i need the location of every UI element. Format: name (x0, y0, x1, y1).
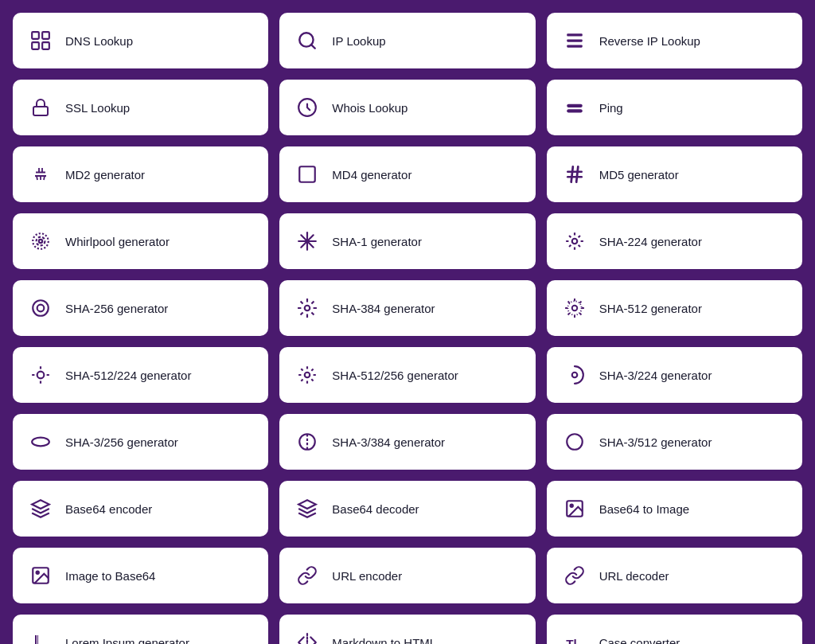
svg-text:Tl: Tl (566, 637, 576, 645)
card-base64-encoder[interactable]: Base64 encoder (13, 481, 268, 537)
card-label-md2-generator: MD2 generator (65, 168, 145, 181)
card-label-image-to-base64: Image to Base64 (65, 569, 155, 583)
b64enc-icon (29, 497, 53, 521)
card-sha512-256-generator[interactable]: SHA-512/256 generator (279, 347, 535, 403)
card-sha384-generator[interactable]: SHA-384 generator (279, 280, 535, 336)
svg-rect-7 (567, 39, 583, 41)
svg-line-5 (311, 45, 315, 49)
svg-point-33 (32, 438, 49, 447)
card-reverse-ip-lookup[interactable]: Reverse IP Lookup (547, 13, 802, 68)
ssl-icon (29, 96, 53, 119)
svg-point-32 (571, 373, 577, 378)
reverse-ip-icon (563, 29, 587, 53)
card-label-dns-lookup: DNS Lookup (65, 34, 133, 48)
lorem-icon (29, 630, 53, 644)
card-url-decoder[interactable]: URL decoder (547, 548, 802, 603)
svg-point-27 (305, 306, 310, 311)
sha512-icon (563, 296, 587, 320)
sha1-icon (295, 229, 319, 253)
card-label-url-encoder: URL encoder (332, 569, 402, 583)
card-sha1-generator[interactable]: SHA-1 generator (279, 213, 535, 269)
card-md5-generator[interactable]: MD5 generator (547, 146, 802, 202)
svg-rect-11 (567, 109, 583, 112)
sha512-256-icon (295, 363, 319, 387)
svg-rect-1 (42, 32, 49, 39)
card-lorem-ipsum-generator[interactable]: Lorem Ipsum generator (13, 615, 268, 644)
sha256-icon (29, 296, 53, 320)
card-base64-decoder[interactable]: Base64 decoder (279, 481, 535, 537)
svg-point-26 (33, 300, 49, 316)
card-label-ip-lookup: IP Lookup (332, 34, 385, 48)
sha3-256-icon (29, 430, 53, 454)
svg-point-28 (571, 306, 577, 311)
svg-line-15 (571, 166, 572, 182)
card-label-ping: Ping (599, 101, 623, 115)
card-ip-lookup[interactable]: IP Lookup (279, 13, 535, 68)
card-whois-lookup[interactable]: Whois Lookup (279, 80, 535, 135)
card-label-base64-to-image: Base64 to Image (599, 502, 689, 516)
card-label-case-converter: Case converter (599, 636, 680, 645)
card-whirlpool-generator[interactable]: Whirlpool generator (13, 213, 268, 269)
card-label-sha3-224-generator: SHA-3/224 generator (599, 369, 712, 382)
case-icon: Tl (563, 630, 587, 644)
svg-rect-3 (42, 42, 49, 49)
card-sha3-224-generator[interactable]: SHA-3/224 generator (547, 347, 802, 403)
svg-point-25 (37, 305, 45, 312)
md4-icon (295, 162, 319, 186)
md2html-icon (295, 630, 319, 644)
card-sha512-224-generator[interactable]: SHA-512/224 generator (13, 347, 268, 403)
card-image-to-base64[interactable]: Image to Base64 (13, 548, 268, 603)
svg-rect-8 (567, 45, 583, 47)
card-markdown-to-html[interactable]: Markdown to HTML (279, 615, 535, 644)
card-sha3-384-generator[interactable]: SHA-3/384 generator (279, 414, 535, 470)
svg-line-16 (576, 166, 578, 182)
card-label-md5-generator: MD5 generator (599, 168, 679, 181)
urldec-icon (563, 564, 587, 587)
card-label-lorem-ipsum-generator: Lorem Ipsum generator (65, 636, 189, 645)
card-md2-generator[interactable]: MD2 generator (13, 146, 268, 202)
svg-rect-0 (32, 32, 39, 39)
card-sha3-256-generator[interactable]: SHA-3/256 generator (13, 414, 268, 470)
card-label-url-decoder: URL decoder (599, 569, 669, 583)
urlenc-icon (295, 564, 319, 587)
img2b64-icon (29, 564, 53, 587)
svg-point-31 (305, 373, 310, 378)
card-ping[interactable]: Ping (547, 80, 802, 135)
sha384-icon (295, 296, 319, 320)
card-case-converter[interactable]: TlCase converter (547, 615, 802, 644)
card-url-encoder[interactable]: URL encoder (279, 548, 535, 603)
card-label-sha1-generator: SHA-1 generator (332, 235, 422, 248)
card-md4-generator[interactable]: MD4 generator (279, 146, 535, 202)
card-sha512-generator[interactable]: SHA-512 generator (547, 280, 802, 336)
card-sha3-512-generator[interactable]: SHA-3/512 generator (547, 414, 802, 470)
svg-rect-9 (33, 107, 48, 115)
svg-marker-37 (32, 500, 49, 509)
md5-icon (563, 162, 587, 186)
card-label-sha3-256-generator: SHA-3/256 generator (65, 435, 178, 449)
card-label-sha224-generator: SHA-224 generator (599, 235, 702, 248)
card-label-md4-generator: MD4 generator (332, 168, 411, 181)
dns-icon (29, 29, 53, 53)
card-label-base64-decoder: Base64 decoder (332, 502, 419, 516)
svg-rect-10 (567, 104, 583, 107)
card-base64-to-image[interactable]: Base64 to Image (547, 481, 802, 537)
card-label-sha3-384-generator: SHA-3/384 generator (332, 435, 445, 449)
svg-rect-12 (300, 166, 316, 182)
sha3-224-icon (563, 363, 587, 387)
svg-point-29 (567, 301, 581, 314)
card-label-sha512-256-generator: SHA-512/256 generator (332, 369, 458, 382)
card-label-sha256-generator: SHA-256 generator (65, 302, 168, 315)
svg-point-19 (33, 233, 49, 249)
card-ssl-lookup[interactable]: SSL Lookup (13, 80, 268, 135)
card-label-whirlpool-generator: Whirlpool generator (65, 235, 170, 248)
svg-point-42 (37, 572, 39, 574)
card-sha256-generator[interactable]: SHA-256 generator (13, 280, 268, 336)
svg-point-36 (567, 434, 583, 450)
card-sha224-generator[interactable]: SHA-224 generator (547, 213, 802, 269)
card-dns-lookup[interactable]: DNS Lookup (13, 13, 268, 68)
sha3-384-icon (295, 430, 319, 454)
b64dec-icon (295, 497, 319, 521)
card-label-markdown-to-html: Markdown to HTML (332, 636, 436, 645)
ip-icon (295, 29, 319, 53)
sha512-224-icon (29, 363, 53, 387)
